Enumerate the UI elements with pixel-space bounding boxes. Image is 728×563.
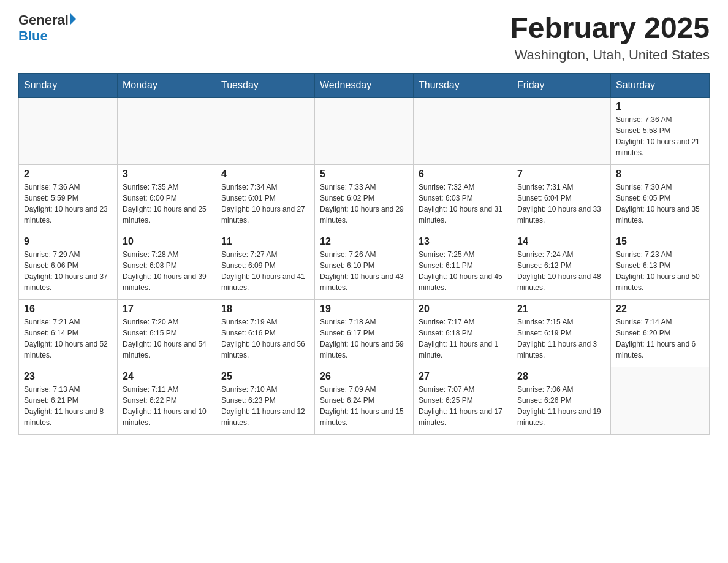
- table-row: 27Sunrise: 7:07 AMSunset: 6:25 PMDayligh…: [414, 367, 512, 434]
- day-info: Sunrise: 7:19 AMSunset: 6:16 PMDaylight:…: [221, 316, 309, 361]
- day-number: 6: [419, 169, 507, 180]
- table-row: 7Sunrise: 7:31 AMSunset: 6:04 PMDaylight…: [512, 164, 611, 232]
- table-row: 4Sunrise: 7:34 AMSunset: 6:01 PMDaylight…: [216, 164, 315, 232]
- day-info: Sunrise: 7:11 AMSunset: 6:22 PMDaylight:…: [123, 384, 211, 428]
- table-row: 1Sunrise: 7:36 AMSunset: 5:58 PMDaylight…: [611, 97, 710, 164]
- calendar-table: Sunday Monday Tuesday Wednesday Thursday…: [18, 73, 710, 435]
- calendar-week-row: 23Sunrise: 7:13 AMSunset: 6:21 PMDayligh…: [19, 367, 710, 434]
- table-row: 5Sunrise: 7:33 AMSunset: 6:02 PMDaylight…: [315, 164, 414, 232]
- day-info: Sunrise: 7:15 AMSunset: 6:19 PMDaylight:…: [517, 316, 605, 361]
- day-info: Sunrise: 7:06 AMSunset: 6:26 PMDaylight:…: [517, 384, 605, 428]
- col-saturday: Saturday: [611, 73, 710, 97]
- day-number: 11: [221, 236, 309, 247]
- day-info: Sunrise: 7:13 AMSunset: 6:21 PMDaylight:…: [24, 384, 112, 428]
- table-row: 13Sunrise: 7:25 AMSunset: 6:11 PMDayligh…: [414, 232, 512, 299]
- day-number: 25: [221, 371, 309, 382]
- logo: General Blue: [18, 12, 76, 44]
- title-block: February 2025 Washington, Utah, United S…: [510, 12, 710, 63]
- day-number: 12: [320, 236, 408, 247]
- table-row: [19, 97, 118, 164]
- day-info: Sunrise: 7:18 AMSunset: 6:17 PMDaylight:…: [320, 316, 408, 361]
- table-row: 17Sunrise: 7:20 AMSunset: 6:15 PMDayligh…: [118, 299, 216, 367]
- col-monday: Monday: [118, 73, 216, 97]
- day-info: Sunrise: 7:36 AMSunset: 5:58 PMDaylight:…: [616, 114, 704, 158]
- table-row: 28Sunrise: 7:06 AMSunset: 6:26 PMDayligh…: [512, 367, 611, 434]
- day-info: Sunrise: 7:26 AMSunset: 6:10 PMDaylight:…: [320, 249, 408, 293]
- col-tuesday: Tuesday: [216, 73, 315, 97]
- calendar-header-row: Sunday Monday Tuesday Wednesday Thursday…: [19, 73, 710, 97]
- day-number: 5: [320, 169, 408, 180]
- calendar-week-row: 1Sunrise: 7:36 AMSunset: 5:58 PMDaylight…: [19, 97, 710, 164]
- logo-arrow-icon: [70, 13, 76, 25]
- table-row: 15Sunrise: 7:23 AMSunset: 6:13 PMDayligh…: [611, 232, 710, 299]
- table-row: [118, 97, 216, 164]
- day-info: Sunrise: 7:32 AMSunset: 6:03 PMDaylight:…: [419, 182, 507, 226]
- table-row: 16Sunrise: 7:21 AMSunset: 6:14 PMDayligh…: [19, 299, 118, 367]
- table-row: 2Sunrise: 7:36 AMSunset: 5:59 PMDaylight…: [19, 164, 118, 232]
- day-number: 21: [517, 304, 605, 315]
- table-row: 3Sunrise: 7:35 AMSunset: 6:00 PMDaylight…: [118, 164, 216, 232]
- day-number: 17: [123, 304, 211, 315]
- day-number: 20: [419, 304, 507, 315]
- day-number: 27: [419, 371, 507, 382]
- calendar-week-row: 2Sunrise: 7:36 AMSunset: 5:59 PMDaylight…: [19, 164, 710, 232]
- logo-text-general: General: [18, 12, 69, 28]
- day-number: 8: [616, 169, 704, 180]
- table-row: [216, 97, 315, 164]
- day-info: Sunrise: 7:29 AMSunset: 6:06 PMDaylight:…: [24, 249, 112, 293]
- day-number: 19: [320, 304, 408, 315]
- table-row: 20Sunrise: 7:17 AMSunset: 6:18 PMDayligh…: [414, 299, 512, 367]
- day-info: Sunrise: 7:33 AMSunset: 6:02 PMDaylight:…: [320, 182, 408, 226]
- day-number: 15: [616, 236, 704, 247]
- day-info: Sunrise: 7:10 AMSunset: 6:23 PMDaylight:…: [221, 384, 309, 428]
- table-row: 24Sunrise: 7:11 AMSunset: 6:22 PMDayligh…: [118, 367, 216, 434]
- table-row: 12Sunrise: 7:26 AMSunset: 6:10 PMDayligh…: [315, 232, 414, 299]
- col-wednesday: Wednesday: [315, 73, 414, 97]
- day-number: 22: [616, 304, 704, 315]
- day-number: 10: [123, 236, 211, 247]
- table-row: 9Sunrise: 7:29 AMSunset: 6:06 PMDaylight…: [19, 232, 118, 299]
- table-row: [611, 367, 710, 434]
- day-number: 7: [517, 169, 605, 180]
- page-title: February 2025: [510, 12, 710, 45]
- day-number: 13: [419, 236, 507, 247]
- day-number: 18: [221, 304, 309, 315]
- table-row: [512, 97, 611, 164]
- day-info: Sunrise: 7:21 AMSunset: 6:14 PMDaylight:…: [24, 316, 112, 361]
- table-row: [315, 97, 414, 164]
- calendar-week-row: 16Sunrise: 7:21 AMSunset: 6:14 PMDayligh…: [19, 299, 710, 367]
- table-row: 14Sunrise: 7:24 AMSunset: 6:12 PMDayligh…: [512, 232, 611, 299]
- day-info: Sunrise: 7:17 AMSunset: 6:18 PMDaylight:…: [419, 316, 507, 361]
- table-row: 25Sunrise: 7:10 AMSunset: 6:23 PMDayligh…: [216, 367, 315, 434]
- day-info: Sunrise: 7:34 AMSunset: 6:01 PMDaylight:…: [221, 182, 309, 226]
- day-number: 2: [24, 169, 112, 180]
- col-thursday: Thursday: [414, 73, 512, 97]
- table-row: 6Sunrise: 7:32 AMSunset: 6:03 PMDaylight…: [414, 164, 512, 232]
- table-row: 10Sunrise: 7:28 AMSunset: 6:08 PMDayligh…: [118, 232, 216, 299]
- col-sunday: Sunday: [19, 73, 118, 97]
- day-info: Sunrise: 7:28 AMSunset: 6:08 PMDaylight:…: [123, 249, 211, 293]
- day-number: 28: [517, 371, 605, 382]
- day-number: 4: [221, 169, 309, 180]
- logo-text-blue: Blue: [18, 28, 76, 44]
- page-header: General Blue February 2025 Washington, U…: [18, 12, 710, 63]
- day-info: Sunrise: 7:27 AMSunset: 6:09 PMDaylight:…: [221, 249, 309, 293]
- day-info: Sunrise: 7:36 AMSunset: 5:59 PMDaylight:…: [24, 182, 112, 226]
- table-row: 21Sunrise: 7:15 AMSunset: 6:19 PMDayligh…: [512, 299, 611, 367]
- table-row: [414, 97, 512, 164]
- day-info: Sunrise: 7:09 AMSunset: 6:24 PMDaylight:…: [320, 384, 408, 428]
- day-info: Sunrise: 7:24 AMSunset: 6:12 PMDaylight:…: [517, 249, 605, 293]
- day-info: Sunrise: 7:23 AMSunset: 6:13 PMDaylight:…: [616, 249, 704, 293]
- day-info: Sunrise: 7:25 AMSunset: 6:11 PMDaylight:…: [419, 249, 507, 293]
- table-row: 19Sunrise: 7:18 AMSunset: 6:17 PMDayligh…: [315, 299, 414, 367]
- day-number: 9: [24, 236, 112, 247]
- day-info: Sunrise: 7:14 AMSunset: 6:20 PMDaylight:…: [616, 316, 704, 361]
- calendar-week-row: 9Sunrise: 7:29 AMSunset: 6:06 PMDaylight…: [19, 232, 710, 299]
- table-row: 23Sunrise: 7:13 AMSunset: 6:21 PMDayligh…: [19, 367, 118, 434]
- day-number: 3: [123, 169, 211, 180]
- day-info: Sunrise: 7:35 AMSunset: 6:00 PMDaylight:…: [123, 182, 211, 226]
- col-friday: Friday: [512, 73, 611, 97]
- day-number: 14: [517, 236, 605, 247]
- day-number: 26: [320, 371, 408, 382]
- day-info: Sunrise: 7:30 AMSunset: 6:05 PMDaylight:…: [616, 182, 704, 226]
